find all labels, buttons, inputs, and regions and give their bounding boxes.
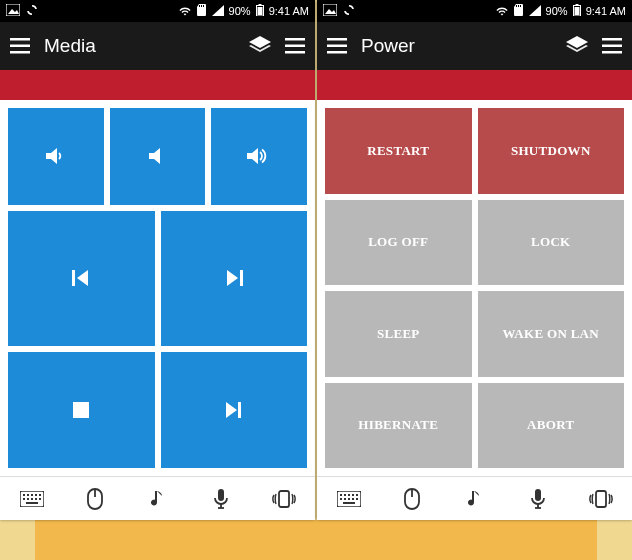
image-icon <box>6 4 20 18</box>
volume-down-button[interactable] <box>8 108 104 205</box>
status-bar: 90% 9:41 AM <box>0 0 315 22</box>
svg-rect-40 <box>218 489 224 501</box>
restart-button[interactable]: RESTART <box>325 108 472 194</box>
mouse-tab[interactable] <box>73 477 117 521</box>
status-bar: 90% 9:41 AM <box>317 0 632 22</box>
svg-rect-43 <box>279 491 289 507</box>
svg-rect-67 <box>340 498 342 500</box>
mouse-tab[interactable] <box>390 477 434 521</box>
svg-rect-64 <box>348 494 350 496</box>
content-power: RESTART SHUTDOWN LOG OFF LOCK SLEEP WAKE… <box>317 100 632 476</box>
svg-rect-72 <box>343 502 355 504</box>
svg-rect-15 <box>285 45 305 48</box>
battery-icon <box>256 4 264 18</box>
clock-label: 9:41 AM <box>586 5 626 17</box>
svg-rect-16 <box>285 51 305 54</box>
stop-button[interactable] <box>8 352 155 468</box>
svg-marker-49 <box>529 5 541 16</box>
footer-strip <box>0 520 632 560</box>
svg-marker-45 <box>325 9 336 14</box>
svg-rect-46 <box>516 5 517 7</box>
svg-rect-29 <box>27 494 29 496</box>
svg-marker-21 <box>77 270 88 286</box>
log-off-button[interactable]: LOG OFF <box>325 200 472 286</box>
svg-rect-11 <box>10 51 30 54</box>
sync-icon <box>343 4 355 18</box>
hamburger-icon[interactable] <box>10 38 30 54</box>
svg-rect-58 <box>602 38 622 41</box>
svg-rect-31 <box>35 494 37 496</box>
keyboard-tab[interactable] <box>327 477 371 521</box>
bottom-bar <box>0 476 315 520</box>
layers-icon[interactable] <box>566 36 588 56</box>
svg-rect-68 <box>344 498 346 500</box>
svg-rect-71 <box>356 498 358 500</box>
volume-mute-button[interactable] <box>110 108 206 205</box>
wifi-icon <box>178 5 192 18</box>
svg-rect-48 <box>520 5 521 7</box>
menu-icon[interactable] <box>285 38 305 54</box>
svg-marker-5 <box>212 5 224 16</box>
wake-on-lan-button[interactable]: WAKE ON LAN <box>478 291 625 377</box>
svg-rect-65 <box>352 494 354 496</box>
svg-rect-23 <box>240 270 243 286</box>
svg-rect-20 <box>72 270 75 286</box>
svg-rect-47 <box>518 5 519 7</box>
volume-up-button[interactable] <box>211 108 307 205</box>
svg-marker-25 <box>226 402 237 418</box>
shutdown-button[interactable]: SHUTDOWN <box>478 108 625 194</box>
music-tab[interactable] <box>453 477 497 521</box>
svg-rect-60 <box>602 51 622 54</box>
previous-track-button[interactable] <box>8 211 155 346</box>
hibernate-button[interactable]: HIBERNATE <box>325 383 472 469</box>
mic-tab[interactable] <box>516 477 560 521</box>
svg-rect-74 <box>535 489 541 501</box>
vibrate-tab[interactable] <box>579 477 623 521</box>
hamburger-icon[interactable] <box>327 38 347 54</box>
page-title: Media <box>44 35 235 57</box>
layers-icon[interactable] <box>249 36 271 56</box>
signal-icon <box>529 5 541 18</box>
svg-rect-63 <box>344 494 346 496</box>
next-track-button[interactable] <box>161 211 308 346</box>
svg-marker-22 <box>227 270 238 286</box>
svg-rect-38 <box>26 502 38 504</box>
sleep-button[interactable]: SLEEP <box>325 291 472 377</box>
svg-rect-70 <box>352 498 354 500</box>
battery-label: 90% <box>229 5 251 17</box>
svg-rect-2 <box>199 5 200 7</box>
sd-card-icon <box>197 4 207 18</box>
menu-icon[interactable] <box>602 38 622 54</box>
svg-rect-55 <box>327 51 347 54</box>
battery-label: 90% <box>546 5 568 17</box>
app-bar: Power <box>317 22 632 70</box>
mic-tab[interactable] <box>199 477 243 521</box>
svg-rect-34 <box>27 498 29 500</box>
music-tab[interactable] <box>136 477 180 521</box>
lock-button[interactable]: LOCK <box>478 200 625 286</box>
svg-rect-59 <box>602 45 622 48</box>
svg-rect-3 <box>201 5 202 7</box>
abort-button[interactable]: ABORT <box>478 383 625 469</box>
accent-strip <box>0 70 315 100</box>
svg-rect-52 <box>574 7 579 15</box>
svg-rect-4 <box>203 5 204 7</box>
bottom-bar <box>317 476 632 520</box>
svg-rect-26 <box>238 402 241 418</box>
svg-marker-1 <box>8 9 19 14</box>
battery-icon <box>573 4 581 18</box>
wifi-icon <box>495 5 509 18</box>
vibrate-tab[interactable] <box>262 477 306 521</box>
keyboard-tab[interactable] <box>10 477 54 521</box>
signal-icon <box>212 5 224 18</box>
svg-rect-33 <box>23 498 25 500</box>
svg-rect-62 <box>340 494 342 496</box>
play-step-button[interactable] <box>161 352 308 468</box>
svg-rect-69 <box>348 498 350 500</box>
page-title: Power <box>361 35 552 57</box>
svg-rect-28 <box>23 494 25 496</box>
svg-rect-54 <box>327 45 347 48</box>
sync-icon <box>26 4 38 18</box>
svg-rect-77 <box>596 491 606 507</box>
svg-rect-66 <box>356 494 358 496</box>
